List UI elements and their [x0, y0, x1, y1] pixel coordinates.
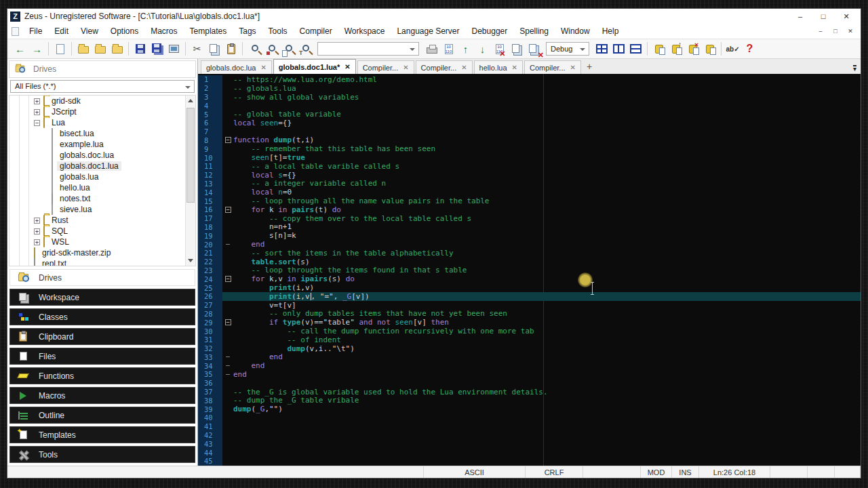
tree-item[interactable]: grid-sdk-master.zip: [9, 247, 195, 258]
code-text[interactable]: -- sort the items in the table alphabeti…: [233, 249, 861, 258]
code-text[interactable]: -- the _G is global variable used to hol…: [233, 388, 861, 396]
fold-margin[interactable]: −: [222, 136, 233, 145]
menu-item-workspace[interactable]: Workspace: [338, 26, 391, 36]
fold-margin[interactable]: [222, 353, 233, 362]
fold-collapse-icon[interactable]: −: [225, 137, 231, 143]
scroll-up-icon[interactable]: [188, 99, 193, 102]
print-icon[interactable]: [424, 41, 439, 57]
sidebar-item-functions[interactable]: Functions: [9, 367, 195, 384]
collapse-icon[interactable]: −: [34, 120, 40, 126]
print-preview-icon[interactable]: [166, 41, 182, 57]
next-error-icon[interactable]: ↓: [475, 41, 490, 57]
menu-item-view[interactable]: View: [75, 26, 104, 36]
code-text[interactable]: -- show all global variables: [233, 93, 861, 102]
close-icon[interactable]: ✕: [512, 64, 517, 71]
bookmark-clear-icon[interactable]: [685, 41, 701, 57]
maximize-button[interactable]: □: [812, 9, 835, 23]
code-text[interactable]: local s={}: [233, 171, 861, 180]
code-text[interactable]: -- dump the _G table vribale: [233, 396, 861, 405]
expand-icon[interactable]: +: [34, 218, 40, 224]
help-icon[interactable]: ?: [742, 41, 757, 57]
tree-item[interactable]: +grid-sdk: [9, 96, 195, 106]
find-tag-icon[interactable]: [297, 41, 313, 57]
tab-2[interactable]: Compiler...✕: [357, 60, 414, 74]
compile-icon[interactable]: [441, 41, 456, 57]
menu-item-spelling[interactable]: Spelling: [513, 26, 555, 36]
code-text[interactable]: [233, 127, 861, 136]
bookmark-list-icon[interactable]: [702, 41, 717, 57]
find-icon[interactable]: [246, 41, 262, 57]
debug-config-dropdown[interactable]: Debug: [546, 42, 589, 56]
code-text[interactable]: -- https://www.lua.org/demo.html: [233, 75, 861, 84]
code-text[interactable]: if type(v)=="table" and not seen[v] then: [233, 318, 861, 327]
sidebar-item-files[interactable]: Files: [9, 348, 195, 365]
menu-item-debugger[interactable]: Debugger: [466, 26, 514, 36]
code-text[interactable]: -- loop throught the items found in that…: [233, 266, 861, 275]
find-in-files-icon[interactable]: [280, 41, 296, 57]
menu-item-file[interactable]: File: [23, 26, 48, 36]
save-icon[interactable]: [132, 41, 148, 57]
code-editor[interactable]: 1-- https://www.lua.org/demo.html2-- glo…: [198, 74, 861, 466]
fold-margin[interactable]: [222, 370, 233, 379]
bookmark-next-icon[interactable]: [668, 41, 684, 57]
expand-icon[interactable]: +: [34, 109, 40, 115]
code-text[interactable]: -- global table variable: [233, 110, 861, 119]
sidebar-item-templates[interactable]: Templates: [9, 426, 195, 443]
tab-list-button[interactable]: ▾: [853, 65, 856, 72]
fold-collapse-icon[interactable]: −: [225, 276, 231, 282]
prev-error-icon[interactable]: ↑: [458, 41, 473, 57]
tab-4[interactable]: hello.lua✕: [474, 60, 523, 74]
tab-0[interactable]: globals.doc.lua✕: [201, 60, 272, 74]
build-icon[interactable]: [509, 41, 524, 57]
copy-icon[interactable]: [206, 41, 222, 57]
scrollbar-thumb[interactable]: [186, 108, 195, 203]
open-file-icon[interactable]: [75, 41, 91, 57]
code-text[interactable]: dump(v,i.."\t"): [233, 344, 861, 353]
sidebar-item-drives[interactable]: Drives: [9, 269, 195, 286]
sidebar-item-macros[interactable]: Macros: [9, 387, 195, 404]
paste-icon[interactable]: [223, 41, 239, 57]
mdi-close-button[interactable]: ✕: [843, 26, 858, 37]
file-filter-dropdown[interactable]: All Files (*.*): [10, 80, 195, 94]
close-icon[interactable]: ✕: [344, 63, 350, 70]
tab-5[interactable]: Compiler...✕: [524, 60, 581, 74]
menu-item-templates[interactable]: Templates: [184, 26, 233, 36]
stop-compile-icon[interactable]: [492, 41, 507, 57]
window-grid-icon[interactable]: [594, 41, 610, 57]
code-text[interactable]: for k in pairs(t) do: [233, 205, 861, 214]
code-text[interactable]: [233, 448, 861, 457]
toolbar-search-combo[interactable]: [317, 42, 419, 56]
code-text[interactable]: -- a integer variable called n: [233, 180, 861, 188]
code-text[interactable]: local n=0: [233, 188, 861, 197]
code-text[interactable]: [233, 413, 861, 422]
tree-item[interactable]: −Lua: [9, 117, 195, 128]
tree-item[interactable]: repl.txt: [9, 258, 195, 266]
code-text[interactable]: end: [233, 370, 861, 379]
close-icon[interactable]: ✕: [260, 64, 266, 71]
sidebar-item-workspace[interactable]: Workspace: [9, 289, 195, 306]
close-icon[interactable]: ✕: [403, 64, 408, 71]
menu-item-options[interactable]: Options: [104, 26, 144, 36]
minimize-button[interactable]: –: [789, 9, 812, 23]
tab-1[interactable]: globals.doc1.lua*✕: [273, 59, 356, 74]
tree-item[interactable]: globals.doc.lua: [9, 150, 195, 161]
code-text[interactable]: -- a local table varible called s: [233, 162, 861, 171]
tree-scrollbar[interactable]: [185, 96, 195, 266]
menu-item-help[interactable]: Help: [596, 26, 625, 36]
tree-item[interactable]: +JScript: [9, 106, 195, 117]
code-text[interactable]: v=t[v]: [233, 301, 861, 310]
nav-forward-icon[interactable]: →: [29, 41, 45, 57]
tree-item[interactable]: sieve.lua: [9, 204, 195, 215]
code-text[interactable]: s[n]=k: [233, 231, 861, 240]
bookmark-toggle-icon[interactable]: [651, 41, 667, 57]
code-text[interactable]: function dump(t,i): [233, 136, 861, 145]
mdi-restore-button[interactable]: □: [828, 26, 843, 37]
tree-item[interactable]: +Rust: [9, 215, 195, 226]
tree-item[interactable]: notes.txt: [9, 193, 195, 204]
spell-check-icon[interactable]: ab✓: [725, 41, 741, 57]
menu-item-tags[interactable]: Tags: [233, 26, 262, 36]
tree-item[interactable]: hello.lua: [9, 182, 195, 193]
expand-icon[interactable]: +: [34, 228, 40, 235]
sidebar-item-clipboard[interactable]: Clipboard: [9, 328, 195, 345]
code-text[interactable]: print(i,v, "=", _G[v]): [233, 292, 861, 301]
